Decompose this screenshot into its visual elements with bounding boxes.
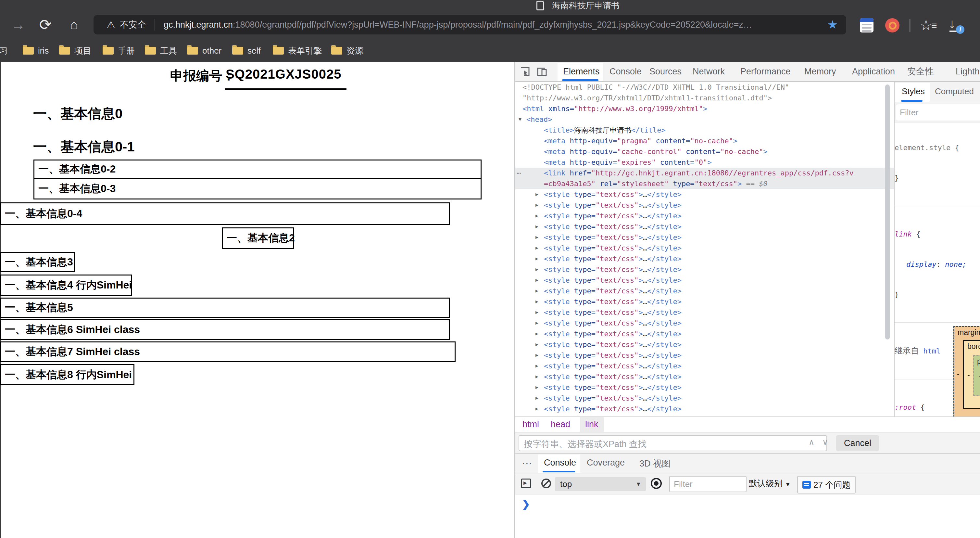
tree-line[interactable]: <meta http-equiv="expires" content="0"> <box>515 157 894 168</box>
page-document: 申报编号： SQ2021GXJS0025 一、基本信息0 一、基本信息0-1 一… <box>0 62 514 538</box>
inherited-from-link[interactable]: html <box>923 347 940 355</box>
drawer-tabbar: ⋯ Console Coverage 3D 视图 <box>515 453 980 473</box>
tree-line[interactable]: ▶<style type="text/css">…</style> <box>515 221 894 232</box>
elements-tree[interactable]: <!DOCTYPE html PUBLIC "-//W3C//DTD XHTML… <box>515 82 894 417</box>
tree-line[interactable]: ▶<style type="text/css">…</style> <box>515 350 894 361</box>
tree-line[interactable]: ▶<style type="text/css">…</style> <box>515 275 894 286</box>
drawer-tab-console[interactable]: Console <box>544 458 576 468</box>
tree-line[interactable]: =cb9a43a1e5" rel="stylesheet" type="text… <box>515 178 894 189</box>
bookmark-item[interactable]: 项目 <box>59 40 91 62</box>
tab-elements[interactable]: Elements <box>563 62 600 81</box>
tree-line[interactable]: ▶<style type="text/css">…</style> <box>515 254 894 264</box>
clear-console-icon[interactable] <box>541 479 551 488</box>
section-box: 一、基本信息0-3 <box>33 178 482 200</box>
more-tabs-icon[interactable]: ⋯ <box>522 457 533 469</box>
tree-line[interactable]: ▶<style type="text/css">…</style> <box>515 286 894 296</box>
tree-line[interactable]: ▶<style type="text/css">…</style> <box>515 211 894 221</box>
bookmark-item[interactable]: 表单引擎 <box>273 40 322 62</box>
search-prev-icon[interactable]: ∧ <box>805 437 818 449</box>
declaration-number-value: SQ2021GXJS0025 <box>226 67 341 81</box>
inspect-element-icon[interactable] <box>520 66 530 77</box>
breadcrumb-head[interactable]: head <box>549 417 572 432</box>
home-icon[interactable]: ⌂ <box>64 10 84 40</box>
security-label: 不安全 <box>120 19 146 30</box>
device-toolbar-icon[interactable] <box>537 66 547 77</box>
console-filter-input[interactable]: Filter <box>669 476 746 492</box>
tree-line[interactable]: ▶<style type="text/css">…</style> <box>515 264 894 275</box>
tab-memory[interactable]: Memory <box>804 62 836 81</box>
extension-red-icon[interactable] <box>885 18 899 32</box>
box-model-border[interactable]: bord - pa - <box>963 340 980 409</box>
issues-button[interactable]: 27 个问题 <box>797 476 856 493</box>
tab-strip[interactable]: 海南科技厅申请书 <box>0 0 980 10</box>
styles-filter-input[interactable]: Filter <box>896 104 980 121</box>
tree-line[interactable]: ▶<style type="text/css">…</style> <box>515 189 894 200</box>
tab-lighthouse[interactable]: Lighthouse <box>956 62 980 81</box>
tree-line[interactable]: ▶<style type="text/css">…</style> <box>515 200 894 211</box>
url-host: gc.hnkjt.egrant.cn <box>164 20 233 30</box>
bookmark-item[interactable]: 资源 <box>331 40 363 62</box>
tree-line[interactable]: <meta http-equiv="pragma" content="no-ca… <box>515 136 894 146</box>
bookmark-item[interactable]: 工具 <box>145 40 177 62</box>
extension-list-icon[interactable] <box>860 18 873 32</box>
tree-line[interactable]: ▶<style type="text/css">…</style> <box>515 329 894 339</box>
breadcrumb-html[interactable]: html <box>520 417 541 432</box>
tree-line[interactable]: ▶<style type="text/css">…</style> <box>515 361 894 371</box>
console-output[interactable]: ❯ <box>515 495 980 538</box>
tab-security[interactable]: 安全性 <box>907 62 934 81</box>
tree-line[interactable]: ▼<head> <box>515 114 894 125</box>
elements-scrollbar[interactable] <box>885 85 890 340</box>
search-next-icon[interactable]: ∨ <box>819 437 832 449</box>
downloads-icon[interactable]: ↓i <box>949 16 955 31</box>
execution-context-select[interactable]: top▼ <box>555 477 646 491</box>
bookmark-list-icon[interactable]: ☆≡ <box>920 17 932 34</box>
live-expression-eye-icon[interactable] <box>651 478 662 489</box>
elements-search-bar: 按字符串、选择器或XPath 查找 ∧ ∨ Cancel <box>515 432 980 453</box>
tree-line[interactable]: ▶<style type="text/css">…</style> <box>515 232 894 243</box>
tree-line[interactable]: <html xmlns="http://www.w3.org/1999/xhtm… <box>515 103 894 114</box>
tree-line[interactable]: ▶<style type="text/css">…</style> <box>515 414 894 417</box>
drawer-tab-3d-view[interactable]: 3D 视图 <box>640 458 671 469</box>
reload-icon[interactable]: ⟳ <box>35 10 56 40</box>
tree-line[interactable]: "http://www.w3.org/TR/xhtml1/DTD/xhtml1-… <box>515 93 894 103</box>
breadcrumb-link[interactable]: link <box>580 417 604 432</box>
bookmark-item[interactable]: 学习 <box>0 40 8 62</box>
box-model-padding[interactable]: pa - <box>973 355 980 396</box>
tab-performance[interactable]: Performance <box>740 62 791 81</box>
log-level-select[interactable]: 默认级别 ▼ <box>749 478 791 489</box>
tree-line[interactable]: ▶<style type="text/css">…</style> <box>515 404 894 414</box>
cancel-button[interactable]: Cancel <box>836 435 879 451</box>
box-model-margin[interactable]: margin - bord - pa - <box>953 326 980 417</box>
tree-line[interactable]: ▶<style type="text/css">…</style> <box>515 382 894 393</box>
tree-line[interactable]: ▶<style type="text/css">…</style> <box>515 296 894 307</box>
bookmark-item[interactable]: iris <box>23 40 49 62</box>
drawer-tab-coverage[interactable]: Coverage <box>587 458 625 468</box>
tree-line[interactable]: ▶<style type="text/css">…</style> <box>515 318 894 329</box>
tree-line[interactable]: ⋯<link href="http://gc.hnkjt.egrant.cn:1… <box>515 168 894 178</box>
tree-line[interactable]: <title>海南科技厅申请书</title> <box>515 125 894 136</box>
tree-line[interactable]: ▶<style type="text/css">…</style> <box>515 371 894 382</box>
tab-console[interactable]: Console <box>609 62 642 81</box>
bookmark-item[interactable]: self <box>232 40 261 62</box>
toolbar-separator <box>909 19 910 32</box>
tree-line[interactable]: ▶<style type="text/css">…</style> <box>515 243 894 254</box>
tab-network[interactable]: Network <box>693 62 725 81</box>
tab-computed[interactable]: Computed <box>935 86 974 96</box>
tree-line[interactable]: <!DOCTYPE html PUBLIC "-//W3C//DTD XHTML… <box>515 82 894 93</box>
tree-line[interactable]: <meta http-equiv="cache-control" content… <box>515 146 894 157</box>
forward-icon[interactable]: → <box>8 10 29 40</box>
tree-line[interactable]: ▶<style type="text/css">…</style> <box>515 339 894 350</box>
search-input[interactable]: 按字符串、选择器或XPath 查找 ∧ ∨ <box>519 435 827 451</box>
bookmark-item[interactable]: other <box>187 40 221 62</box>
tab-sources[interactable]: Sources <box>649 62 682 81</box>
tab-styles[interactable]: Styles <box>902 86 925 96</box>
url-separator <box>154 19 155 30</box>
tab-application[interactable]: Application <box>852 62 895 81</box>
bookmark-item[interactable]: 手册 <box>103 40 135 62</box>
bookmark-star-icon[interactable]: ★ <box>827 18 838 32</box>
tree-line[interactable]: ▶<style type="text/css">…</style> <box>515 307 894 318</box>
console-sidebar-toggle-icon[interactable] <box>521 479 531 488</box>
folder-icon <box>23 47 34 54</box>
tree-line[interactable]: ▶<style type="text/css">…</style> <box>515 393 894 404</box>
url-bar[interactable]: ⚠ 不安全 gc.hnkjt.egrant.cn:18080/egrantpdf… <box>94 15 846 34</box>
